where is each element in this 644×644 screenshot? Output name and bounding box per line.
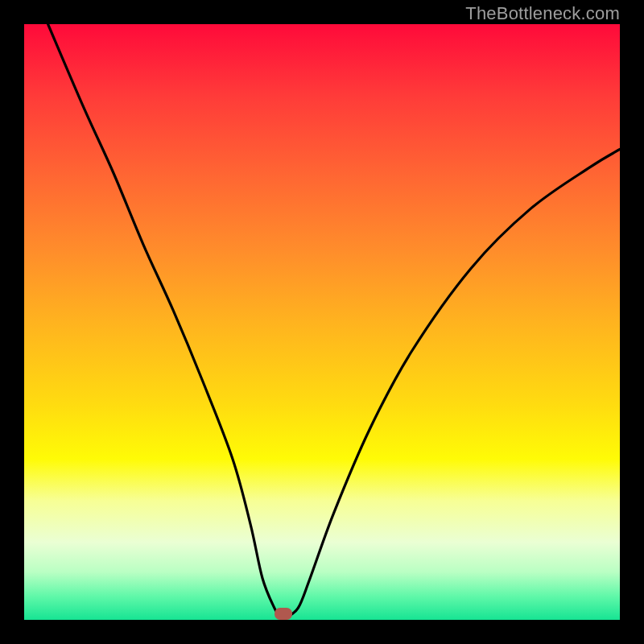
curve-svg	[24, 24, 620, 620]
chart-frame: TheBottleneck.com	[0, 0, 644, 644]
optimum-marker	[275, 608, 292, 620]
watermark-text: TheBottleneck.com	[465, 3, 620, 24]
plot-area	[24, 24, 620, 620]
bottleneck-curve-path	[48, 24, 620, 618]
